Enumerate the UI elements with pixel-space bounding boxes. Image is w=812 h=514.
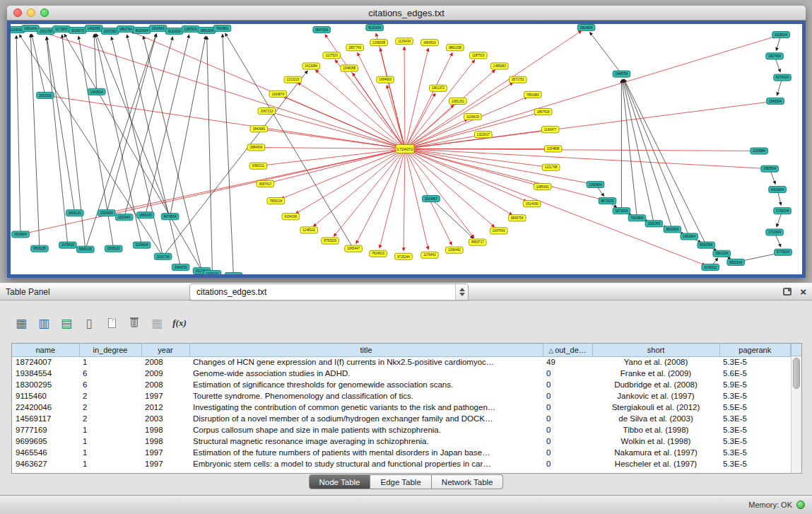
graph-node[interactable]: 1739104 xyxy=(774,208,792,214)
graph-node[interactable]: 2067213 xyxy=(258,108,276,115)
show-columns-icon[interactable]: ▥ xyxy=(35,315,52,332)
graph-node[interactable]: 1857743 xyxy=(346,45,364,51)
column-header[interactable]: pagerank xyxy=(719,344,791,356)
graph-node[interactable]: 7910904 xyxy=(628,215,646,221)
graph-node[interactable]: 1505132 xyxy=(105,245,122,252)
table-row[interactable]: 1872400712008Changes of HCN gene express… xyxy=(12,356,791,368)
graph-node[interactable]: 1081251 xyxy=(449,98,467,104)
edit-table-icon[interactable]: ▤ xyxy=(58,315,75,332)
graph-node[interactable]: 1504563 xyxy=(149,25,167,32)
table-row[interactable]: 1938455462009Genome-wide association stu… xyxy=(12,368,791,379)
graph-node[interactable]: 9861038 xyxy=(447,45,464,51)
import-table-icon[interactable]: ▦ xyxy=(148,315,165,332)
table-row[interactable]: 1456911722003Disruption of a novel membe… xyxy=(12,413,791,424)
table-mode-icon[interactable]: ▦ xyxy=(13,315,30,332)
close-panel-icon[interactable]: × xyxy=(800,287,806,297)
column-header[interactable]: title xyxy=(189,344,543,356)
table-scrollbar[interactable] xyxy=(791,356,801,473)
graph-node[interactable]: 2239604 xyxy=(133,242,151,248)
graph-node[interactable]: 1724072 xyxy=(396,144,414,153)
graph-node[interactable]: 6553104 xyxy=(727,259,745,265)
graph-node[interactable]: 1187513 xyxy=(469,52,487,59)
table-row[interactable]: 977716911998Corpus callosum shape and si… xyxy=(12,424,791,436)
graph-node[interactable]: 1172805 xyxy=(53,26,71,33)
graph-node[interactable]: 1097543 xyxy=(490,228,507,234)
table-row[interactable]: 911546021997Tourette syndrome. Phenomeno… xyxy=(12,390,791,402)
graph-node[interactable]: 9154336 xyxy=(282,214,300,220)
graph-node[interactable]: 1927404 xyxy=(766,53,784,59)
graph-node[interactable]: 6920904 xyxy=(769,186,787,192)
graph-node[interactable]: 9360211 xyxy=(249,163,267,169)
tab-node-table[interactable]: Node Table xyxy=(309,474,371,489)
graph-node[interactable]: 1176442 xyxy=(421,252,439,258)
graph-node[interactable]: 8130304 xyxy=(366,25,384,31)
graph-node[interactable]: 9131603 xyxy=(165,28,183,35)
delete-column-icon[interactable] xyxy=(126,315,143,332)
graph-node[interactable]: 1075415 xyxy=(59,242,77,248)
window-titlebar[interactable]: citations_edges.txt xyxy=(7,6,806,21)
graph-node[interactable]: 1063504 xyxy=(88,88,105,95)
table-row[interactable]: 1830029562008Estimation of significance … xyxy=(12,379,791,390)
function-builder-icon[interactable]: f(x) xyxy=(171,315,188,332)
graph-node[interactable]: 1843981 xyxy=(250,126,268,132)
graph-node[interactable]: 9725244 xyxy=(395,253,413,259)
network-canvas[interactable]: 1724072115480812217981085992151443098957… xyxy=(7,21,806,278)
graph-node[interactable]: 6773104 xyxy=(775,249,792,255)
table-row[interactable]: 946362711997Embryonic stem cells: a mode… xyxy=(12,458,791,469)
graph-node[interactable]: 1861304 xyxy=(198,28,216,34)
graph-node[interactable]: 1206442 xyxy=(446,247,464,253)
graph-node[interactable]: 1819604 xyxy=(12,231,30,238)
graph-node[interactable]: 9605131 xyxy=(66,210,84,216)
graph-node[interactable]: 9895754 xyxy=(508,215,526,221)
graph-node[interactable]: 1091363 xyxy=(645,221,663,227)
graph-node[interactable]: 8091504 xyxy=(698,242,715,248)
graph-node[interactable]: 7624510 xyxy=(370,250,387,257)
graph-node[interactable]: 1485083 xyxy=(490,63,508,69)
graph-node[interactable]: 1016625 xyxy=(464,114,482,120)
graph-node[interactable]: 1926103 xyxy=(204,270,221,274)
table-selector[interactable]: citations_edges.txt xyxy=(189,284,469,300)
column-header[interactable]: in_degree xyxy=(79,344,141,356)
column-header[interactable]: △out_de… xyxy=(543,344,592,356)
graph-node[interactable]: 8679203 xyxy=(599,198,616,204)
graph-node[interactable]: 1679203 xyxy=(613,208,630,214)
table-row[interactable]: 969969511998Structural magnetic resonanc… xyxy=(12,436,791,447)
graph-node[interactable]: 1093874 xyxy=(269,90,287,97)
graph-node[interactable]: 1015734 xyxy=(154,253,172,259)
graph-node[interactable]: 7850383 xyxy=(524,91,541,98)
graph-node[interactable]: 2213220 xyxy=(284,76,302,83)
graph-node[interactable]: 1857518 xyxy=(534,109,552,115)
graph-node[interactable]: 2814604 xyxy=(577,25,595,31)
graph-node[interactable]: 1645304 xyxy=(767,98,784,104)
graph-node[interactable]: 9245012 xyxy=(702,264,719,270)
graph-node[interactable]: 8100904 xyxy=(133,28,151,34)
graph-node[interactable]: 1991204 xyxy=(713,250,731,257)
graph-node[interactable]: 8479504 xyxy=(161,214,179,220)
graph-node[interactable]: 8750329 xyxy=(322,238,339,244)
graph-node[interactable]: 1871751 xyxy=(509,76,526,83)
graph-node[interactable]: 8953717 xyxy=(469,239,486,245)
graph-node[interactable]: 2053106 xyxy=(37,92,54,98)
graph-node[interactable]: 1154808 xyxy=(544,146,562,152)
graph-node[interactable]: 8274104 xyxy=(774,74,792,81)
column-header[interactable]: name xyxy=(12,344,79,356)
graph-node[interactable]: 1248101 xyxy=(300,227,318,233)
graph-node[interactable]: 1948754 xyxy=(613,71,630,77)
graph-node[interactable]: 5905135 xyxy=(76,246,94,252)
graph-node[interactable]: 9597203 xyxy=(313,27,331,33)
graph-node[interactable]: 1057282 xyxy=(101,28,119,35)
graph-node[interactable]: 2684604 xyxy=(247,144,265,151)
float-panel-icon[interactable] xyxy=(783,288,792,296)
graph-node[interactable]: 2064253 xyxy=(172,264,189,270)
table-row[interactable]: 2242004622012Investigating the contribut… xyxy=(12,402,791,413)
graph-node[interactable]: 9218373 xyxy=(69,28,87,34)
graph-node[interactable]: 9505135 xyxy=(31,245,49,252)
graph-node[interactable]: 1991804 xyxy=(681,233,698,240)
new-column-icon[interactable] xyxy=(103,315,120,332)
column-header[interactable]: short xyxy=(592,344,719,356)
graph-node[interactable]: 1085992 xyxy=(534,183,551,189)
graph-node[interactable]: 7585205 xyxy=(225,272,242,274)
graph-node[interactable]: 1664600 xyxy=(377,76,394,83)
graph-node[interactable]: 2423084 xyxy=(302,63,320,69)
graph-node[interactable]: 1125439 xyxy=(396,38,413,45)
